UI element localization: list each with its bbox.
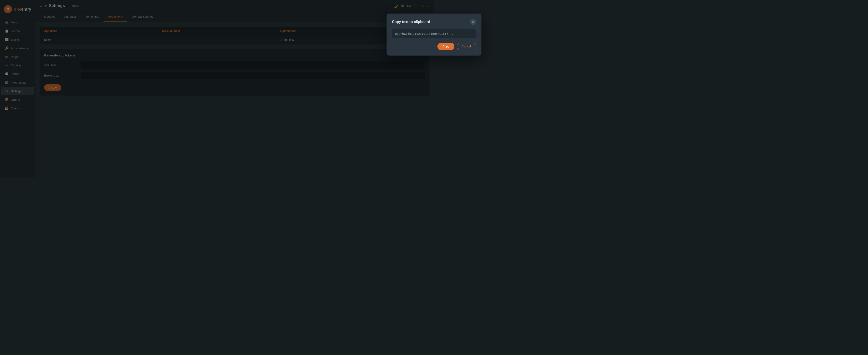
modal-title: Copy text to clipboard <box>392 20 430 24</box>
modal-overlay[interactable]: Copy text to clipboard × eyJhbGciOiJIUzI… <box>0 0 434 178</box>
modal-header: Copy text to clipboard × <box>392 19 434 25</box>
modal-actions: Copy Cancel <box>392 43 434 50</box>
copy-clipboard-modal: Copy text to clipboard × eyJhbGciOiJIUzI… <box>386 13 434 56</box>
modal-token-text: eyJhbGciOiJIUzI1NiIsInR5cCI6Ik... <box>392 29 434 38</box>
